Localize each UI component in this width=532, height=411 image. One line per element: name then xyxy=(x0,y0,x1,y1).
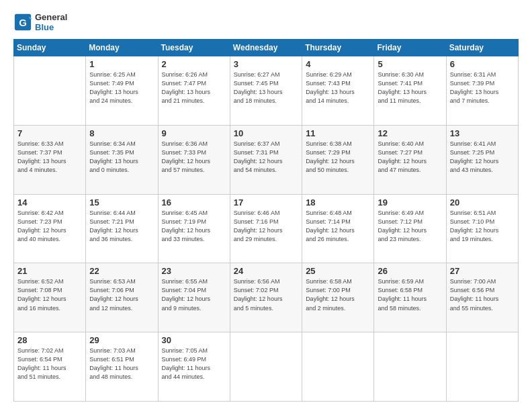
day-info: Sunrise: 6:38 AM Sunset: 7:29 PM Dayligh… xyxy=(306,140,370,175)
calendar-cell: 6Sunrise: 6:31 AM Sunset: 7:39 PM Daylig… xyxy=(446,56,518,126)
calendar-cell: 30Sunrise: 7:05 AM Sunset: 6:49 PM Dayli… xyxy=(158,332,230,402)
calendar-cell: 18Sunrise: 6:48 AM Sunset: 7:14 PM Dayli… xyxy=(302,194,374,263)
logo: G General Blue xyxy=(13,12,67,32)
day-number: 20 xyxy=(450,197,515,208)
day-number: 9 xyxy=(162,128,226,138)
day-number: 2 xyxy=(162,59,226,69)
day-number: 8 xyxy=(89,128,154,138)
calendar-cell: 10Sunrise: 6:37 AM Sunset: 7:31 PM Dayli… xyxy=(230,125,302,194)
day-info: Sunrise: 6:36 AM Sunset: 7:33 PM Dayligh… xyxy=(162,140,226,175)
calendar-cell: 25Sunrise: 6:58 AM Sunset: 7:00 PM Dayli… xyxy=(302,263,374,332)
day-info: Sunrise: 6:46 AM Sunset: 7:16 PM Dayligh… xyxy=(234,209,298,244)
day-number: 19 xyxy=(378,197,442,208)
logo-text-line1: General xyxy=(35,12,67,22)
weekday-header: Tuesday xyxy=(158,40,230,56)
day-number: 23 xyxy=(162,266,226,276)
weekday-header: Wednesday xyxy=(230,40,302,56)
day-number: 16 xyxy=(162,197,226,208)
day-number: 3 xyxy=(234,59,298,69)
calendar-cell: 14Sunrise: 6:42 AM Sunset: 7:23 PM Dayli… xyxy=(14,194,86,263)
day-info: Sunrise: 6:59 AM Sunset: 6:58 PM Dayligh… xyxy=(378,277,442,312)
calendar-cell xyxy=(302,332,374,402)
day-number: 4 xyxy=(306,59,370,69)
day-info: Sunrise: 6:27 AM Sunset: 7:45 PM Dayligh… xyxy=(234,71,298,105)
day-info: Sunrise: 6:34 AM Sunset: 7:35 PM Dayligh… xyxy=(89,140,154,175)
calendar-cell: 8Sunrise: 6:34 AM Sunset: 7:35 PM Daylig… xyxy=(86,125,158,194)
calendar-week-row: 21Sunrise: 6:52 AM Sunset: 7:08 PM Dayli… xyxy=(14,263,519,332)
header: G General Blue xyxy=(13,12,519,32)
calendar-cell xyxy=(14,56,86,126)
calendar-cell: 27Sunrise: 7:00 AM Sunset: 6:56 PM Dayli… xyxy=(446,263,518,332)
day-number: 18 xyxy=(306,197,370,208)
day-number: 22 xyxy=(89,266,154,276)
day-info: Sunrise: 6:52 AM Sunset: 7:08 PM Dayligh… xyxy=(17,277,82,312)
day-info: Sunrise: 6:37 AM Sunset: 7:31 PM Dayligh… xyxy=(234,140,298,175)
svg-text:G: G xyxy=(19,17,27,28)
calendar-cell: 3Sunrise: 6:27 AM Sunset: 7:45 PM Daylig… xyxy=(230,56,302,126)
day-info: Sunrise: 6:51 AM Sunset: 7:10 PM Dayligh… xyxy=(450,209,515,244)
calendar-week-row: 1Sunrise: 6:25 AM Sunset: 7:49 PM Daylig… xyxy=(14,56,519,126)
day-number: 12 xyxy=(378,128,442,138)
day-info: Sunrise: 6:56 AM Sunset: 7:02 PM Dayligh… xyxy=(234,277,298,312)
calendar-cell: 9Sunrise: 6:36 AM Sunset: 7:33 PM Daylig… xyxy=(158,125,230,194)
day-info: Sunrise: 6:30 AM Sunset: 7:41 PM Dayligh… xyxy=(378,71,442,105)
day-number: 15 xyxy=(89,197,154,208)
day-info: Sunrise: 6:31 AM Sunset: 7:39 PM Dayligh… xyxy=(450,71,515,105)
calendar-cell: 23Sunrise: 6:55 AM Sunset: 7:04 PM Dayli… xyxy=(158,263,230,332)
day-info: Sunrise: 6:33 AM Sunset: 7:37 PM Dayligh… xyxy=(17,140,82,175)
day-info: Sunrise: 6:29 AM Sunset: 7:43 PM Dayligh… xyxy=(306,71,370,105)
calendar-week-row: 28Sunrise: 7:02 AM Sunset: 6:54 PM Dayli… xyxy=(14,332,519,402)
day-info: Sunrise: 6:45 AM Sunset: 7:19 PM Dayligh… xyxy=(162,209,226,244)
calendar-cell xyxy=(230,332,302,402)
day-number: 13 xyxy=(450,128,515,138)
day-number: 30 xyxy=(162,335,226,345)
day-number: 29 xyxy=(89,335,154,345)
calendar-cell: 12Sunrise: 6:40 AM Sunset: 7:27 PM Dayli… xyxy=(374,125,446,194)
day-number: 24 xyxy=(234,266,298,276)
page: G General Blue SundayMondayTuesdayWednes… xyxy=(0,0,532,411)
day-number: 14 xyxy=(17,197,82,208)
day-number: 5 xyxy=(378,59,442,69)
day-info: Sunrise: 6:53 AM Sunset: 7:06 PM Dayligh… xyxy=(89,277,154,312)
weekday-header: Sunday xyxy=(14,40,86,56)
calendar-cell: 2Sunrise: 6:26 AM Sunset: 7:47 PM Daylig… xyxy=(158,56,230,126)
day-number: 25 xyxy=(306,266,370,276)
day-info: Sunrise: 6:55 AM Sunset: 7:04 PM Dayligh… xyxy=(162,277,226,312)
day-info: Sunrise: 6:44 AM Sunset: 7:21 PM Dayligh… xyxy=(89,209,154,244)
calendar-cell: 4Sunrise: 6:29 AM Sunset: 7:43 PM Daylig… xyxy=(302,56,374,126)
day-info: Sunrise: 6:40 AM Sunset: 7:27 PM Dayligh… xyxy=(378,140,442,175)
day-info: Sunrise: 6:26 AM Sunset: 7:47 PM Dayligh… xyxy=(162,71,226,105)
day-info: Sunrise: 7:02 AM Sunset: 6:54 PM Dayligh… xyxy=(17,347,82,381)
logo-text-line2: Blue xyxy=(35,22,67,32)
calendar-cell xyxy=(446,332,518,402)
calendar-week-row: 7Sunrise: 6:33 AM Sunset: 7:37 PM Daylig… xyxy=(14,125,519,194)
weekday-header: Thursday xyxy=(302,40,374,56)
weekday-header: Monday xyxy=(86,40,158,56)
calendar-cell: 7Sunrise: 6:33 AM Sunset: 7:37 PM Daylig… xyxy=(14,125,86,194)
calendar-cell: 24Sunrise: 6:56 AM Sunset: 7:02 PM Dayli… xyxy=(230,263,302,332)
calendar-cell: 11Sunrise: 6:38 AM Sunset: 7:29 PM Dayli… xyxy=(302,125,374,194)
day-number: 28 xyxy=(17,335,82,345)
day-info: Sunrise: 6:25 AM Sunset: 7:49 PM Dayligh… xyxy=(89,71,154,105)
day-number: 26 xyxy=(378,266,442,276)
calendar-week-row: 14Sunrise: 6:42 AM Sunset: 7:23 PM Dayli… xyxy=(14,194,519,263)
calendar-cell: 21Sunrise: 6:52 AM Sunset: 7:08 PM Dayli… xyxy=(14,263,86,332)
calendar-table: SundayMondayTuesdayWednesdayThursdayFrid… xyxy=(13,39,519,402)
weekday-header: Friday xyxy=(374,40,446,56)
day-number: 17 xyxy=(234,197,298,208)
day-number: 11 xyxy=(306,128,370,138)
calendar-header-row: SundayMondayTuesdayWednesdayThursdayFrid… xyxy=(14,40,519,56)
day-number: 10 xyxy=(234,128,298,138)
calendar-cell: 16Sunrise: 6:45 AM Sunset: 7:19 PM Dayli… xyxy=(158,194,230,263)
calendar-cell: 13Sunrise: 6:41 AM Sunset: 7:25 PM Dayli… xyxy=(446,125,518,194)
day-number: 27 xyxy=(450,266,515,276)
day-number: 6 xyxy=(450,59,515,69)
day-info: Sunrise: 6:49 AM Sunset: 7:12 PM Dayligh… xyxy=(378,209,442,244)
day-info: Sunrise: 7:03 AM Sunset: 6:51 PM Dayligh… xyxy=(89,347,154,381)
day-info: Sunrise: 7:05 AM Sunset: 6:49 PM Dayligh… xyxy=(162,347,226,381)
day-number: 7 xyxy=(17,128,82,138)
calendar-cell: 17Sunrise: 6:46 AM Sunset: 7:16 PM Dayli… xyxy=(230,194,302,263)
calendar-cell xyxy=(374,332,446,402)
day-info: Sunrise: 6:41 AM Sunset: 7:25 PM Dayligh… xyxy=(450,140,515,175)
calendar-cell: 20Sunrise: 6:51 AM Sunset: 7:10 PM Dayli… xyxy=(446,194,518,263)
